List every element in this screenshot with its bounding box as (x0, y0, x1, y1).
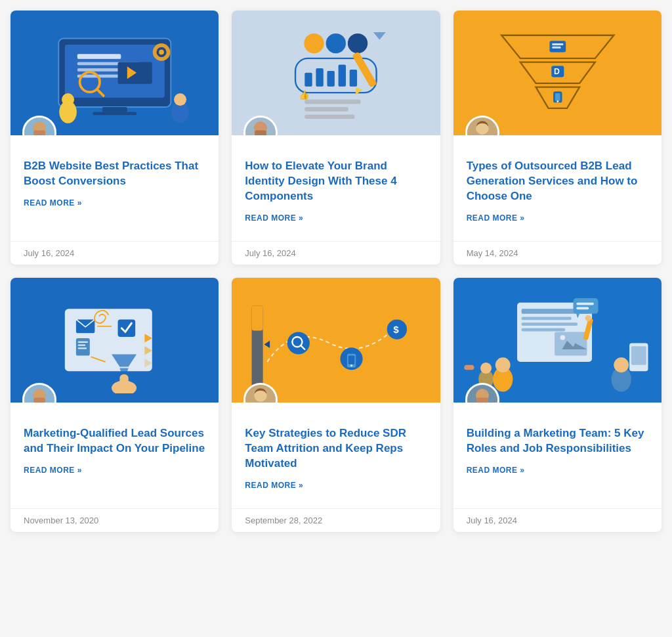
svg-rect-65 (78, 344, 85, 345)
svg-point-115 (614, 357, 629, 372)
card-image-2: 👍 (232, 11, 440, 135)
card-illustration-1 (21, 20, 209, 126)
card-image-5: $ (232, 278, 440, 403)
svg-rect-50 (552, 47, 560, 49)
card-body-1: B2B Website Best Practices That Boost Co… (10, 135, 219, 241)
card-body-2: How to Elevate Your Brand Identity Desig… (232, 135, 440, 241)
card-title-1[interactable]: B2B Website Best Practices That Boost Co… (24, 159, 205, 189)
card-title-6[interactable]: Building a Marketing Team: 5 Key Roles a… (467, 426, 648, 456)
card-title-3[interactable]: Types of Outsourced B2B Lead Generation … (467, 159, 648, 204)
card-date-6: July 16, 2024 (467, 516, 517, 525)
card-image-6 (453, 278, 662, 403)
card-image-3: D (453, 11, 662, 135)
svg-point-55 (556, 100, 558, 102)
read-more-5[interactable]: READ MORE » (245, 481, 427, 490)
svg-rect-86 (348, 356, 355, 364)
svg-point-81 (287, 332, 310, 354)
card-image-4 (10, 278, 219, 403)
card-title-4[interactable]: Marketing-Qualified Lead Sources and The… (24, 426, 205, 456)
svg-point-18 (174, 93, 186, 106)
card-illustration-5: $ (242, 287, 430, 393)
svg-rect-36 (304, 100, 361, 104)
svg-marker-35 (352, 85, 363, 95)
svg-rect-11 (102, 107, 127, 112)
card-illustration-4 (21, 287, 209, 393)
card-body-4: Marketing-Qualified Lead Sources and The… (10, 403, 219, 508)
read-more-4[interactable]: READ MORE » (24, 466, 205, 475)
card-footer-5: September 28, 2022 (232, 508, 440, 532)
svg-rect-80 (33, 397, 45, 403)
blog-card-1: B2B Website Best Practices That Boost Co… (10, 11, 219, 265)
svg-text:D: D (554, 67, 560, 76)
blog-grid: B2B Website Best Practices That Boost Co… (10, 11, 662, 532)
svg-rect-30 (316, 68, 324, 87)
svg-rect-12 (93, 112, 136, 116)
card-illustration-3: D (464, 20, 652, 126)
svg-text:$: $ (393, 324, 399, 335)
svg-rect-101 (521, 328, 565, 332)
card-footer-2: July 16, 2024 (232, 241, 440, 265)
svg-point-14 (62, 93, 74, 106)
svg-rect-108 (576, 307, 589, 309)
blog-card-4: Marketing-Qualified Lead Sources and The… (10, 278, 219, 532)
svg-rect-66 (78, 347, 87, 349)
svg-rect-64 (78, 341, 88, 343)
svg-rect-31 (327, 71, 335, 87)
svg-point-87 (350, 364, 352, 366)
card-title-2[interactable]: How to Elevate Your Brand Identity Desig… (245, 159, 427, 204)
svg-point-24 (304, 33, 324, 53)
read-more-6[interactable]: READ MORE » (467, 466, 648, 475)
svg-rect-99 (521, 317, 571, 320)
read-more-1[interactable]: READ MORE » (24, 198, 205, 208)
svg-rect-33 (350, 70, 357, 87)
blog-card-5: $ Key Strategies to Reduce SDR Team Attr… (232, 278, 440, 532)
svg-rect-54 (555, 93, 560, 100)
svg-point-113 (585, 315, 591, 322)
svg-point-26 (348, 33, 368, 53)
card-illustration-2: 👍 (242, 20, 430, 126)
svg-rect-2 (77, 55, 121, 60)
svg-rect-37 (304, 107, 348, 112)
blog-card-6: Building a Marketing Team: 5 Key Roles a… (453, 278, 662, 532)
card-image-1 (10, 11, 219, 135)
svg-rect-111 (464, 365, 474, 370)
card-footer-3: May 14, 2024 (453, 241, 662, 265)
card-date-5: September 28, 2022 (245, 516, 322, 525)
card-footer-4: November 13, 2020 (10, 508, 219, 532)
svg-rect-124 (476, 397, 488, 403)
svg-rect-67 (117, 319, 135, 337)
svg-rect-32 (339, 65, 346, 87)
card-footer-1: July 16, 2024 (10, 241, 219, 265)
card-body-3: Types of Outsourced B2B Lead Generation … (453, 135, 662, 241)
svg-rect-107 (576, 303, 594, 305)
svg-point-10 (159, 50, 164, 55)
svg-rect-100 (521, 322, 578, 326)
svg-rect-92 (252, 306, 263, 331)
svg-rect-105 (573, 298, 598, 314)
svg-rect-75 (119, 374, 128, 390)
svg-rect-63 (76, 338, 90, 356)
card-body-6: Building a Marketing Team: 5 Key Roles a… (453, 403, 662, 508)
svg-rect-38 (304, 115, 354, 120)
svg-point-110 (495, 357, 510, 372)
svg-marker-90 (264, 341, 270, 348)
svg-marker-27 (373, 32, 386, 39)
svg-rect-44 (255, 130, 266, 135)
card-title-5[interactable]: Key Strategies to Reduce SDR Team Attrit… (245, 426, 427, 472)
svg-point-104 (560, 335, 565, 340)
svg-rect-23 (33, 130, 45, 135)
read-more-2[interactable]: READ MORE » (245, 213, 427, 223)
card-date-2: July 16, 2024 (245, 248, 295, 258)
read-more-3[interactable]: READ MORE » (467, 213, 648, 223)
svg-text:👍: 👍 (299, 89, 310, 100)
svg-rect-117 (631, 346, 646, 365)
card-footer-6: July 16, 2024 (453, 508, 662, 532)
card-date-4: November 13, 2020 (24, 516, 98, 525)
card-body-5: Key Strategies to Reduce SDR Team Attrit… (232, 403, 440, 508)
blog-card-2: 👍 How to Elevate Your Brand Identity Des… (232, 11, 440, 265)
svg-rect-102 (555, 332, 587, 355)
blog-card-3: D Types of Outsourced B2B Lead Generatio… (453, 11, 662, 265)
card-illustration-6 (464, 287, 652, 393)
svg-point-119 (480, 362, 492, 374)
card-date-1: July 16, 2024 (24, 248, 74, 258)
